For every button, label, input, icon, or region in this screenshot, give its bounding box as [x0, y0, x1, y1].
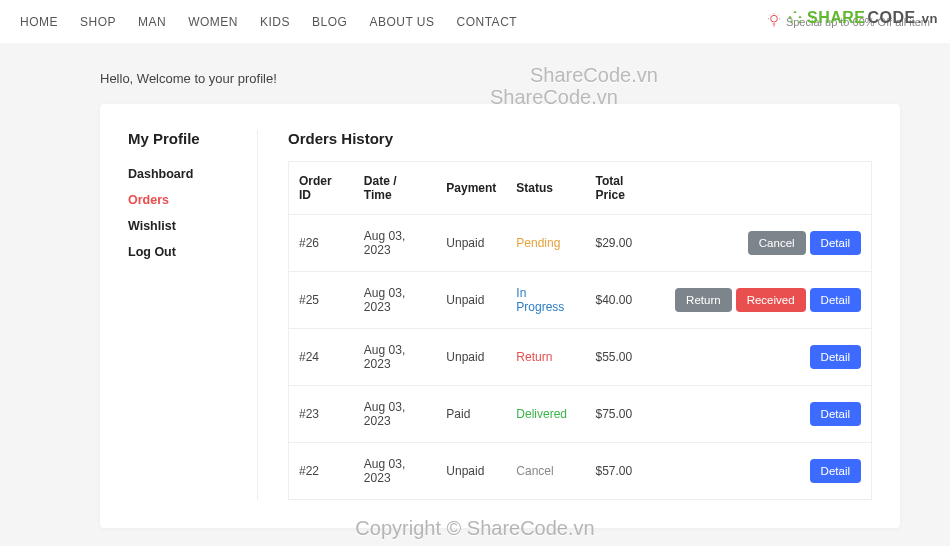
- sidebar-item-wishlist[interactable]: Wishlist: [128, 213, 237, 239]
- brand-logo: SHARECODE.vn: [785, 8, 938, 28]
- sidebar-item-logout[interactable]: Log Out: [128, 239, 237, 265]
- col-order-id: Order ID: [289, 162, 354, 215]
- col-price: Total Price: [585, 162, 661, 215]
- logo-vn: .vn: [918, 11, 938, 26]
- col-date: Date / Time: [354, 162, 436, 215]
- status-cell: Cancel: [506, 443, 585, 500]
- order-id-cell: #24: [289, 329, 354, 386]
- profile-sidebar: My Profile Dashboard Orders Wishlist Log…: [128, 130, 258, 500]
- payment-cell: Unpaid: [436, 272, 506, 329]
- actions-cell: Detail: [661, 443, 871, 500]
- logo-code: CODE: [867, 9, 915, 27]
- table-row: #22Aug 03, 2023UnpaidCancel$57.00Detail: [289, 443, 872, 500]
- actions-cell: Detail: [661, 386, 871, 443]
- status-cell: Pending: [506, 215, 585, 272]
- bulb-icon: [766, 12, 782, 31]
- sidebar-title: My Profile: [128, 130, 237, 147]
- detail-button[interactable]: Detail: [810, 459, 861, 483]
- detail-button[interactable]: Detail: [810, 402, 861, 426]
- col-actions: [661, 162, 871, 215]
- date-cell: Aug 03, 2023: [354, 272, 436, 329]
- nav-blog[interactable]: BLOG: [312, 15, 347, 29]
- price-cell: $57.00: [585, 443, 661, 500]
- logo-share: SHARE: [807, 9, 866, 27]
- orders-table: Order ID Date / Time Payment Status Tota…: [288, 161, 872, 500]
- table-row: #26Aug 03, 2023UnpaidPending$29.00Cancel…: [289, 215, 872, 272]
- col-payment: Payment: [436, 162, 506, 215]
- actions-cell: Detail: [661, 329, 871, 386]
- date-cell: Aug 03, 2023: [354, 215, 436, 272]
- detail-button[interactable]: Detail: [810, 288, 861, 312]
- nav-man[interactable]: MAN: [138, 15, 166, 29]
- nav-kids[interactable]: KIDS: [260, 15, 290, 29]
- order-id-cell: #25: [289, 272, 354, 329]
- table-header-row: Order ID Date / Time Payment Status Tota…: [289, 162, 872, 215]
- nav-women[interactable]: WOMEN: [188, 15, 238, 29]
- actions-cell: CancelDetail: [661, 215, 871, 272]
- detail-button[interactable]: Detail: [810, 231, 861, 255]
- price-cell: $40.00: [585, 272, 661, 329]
- order-id-cell: #22: [289, 443, 354, 500]
- status-cell: In Progress: [506, 272, 585, 329]
- main-nav: HOME SHOP MAN WOMEN KIDS BLOG ABOUT US C…: [20, 15, 517, 29]
- status-cell: Delivered: [506, 386, 585, 443]
- detail-button[interactable]: Detail: [810, 345, 861, 369]
- table-row: #23Aug 03, 2023PaidDelivered$75.00Detail: [289, 386, 872, 443]
- status-cell: Return: [506, 329, 585, 386]
- recycle-icon: [785, 8, 805, 28]
- payment-cell: Unpaid: [436, 443, 506, 500]
- return-button[interactable]: Return: [675, 288, 732, 312]
- price-cell: $55.00: [585, 329, 661, 386]
- col-status: Status: [506, 162, 585, 215]
- nav-shop[interactable]: SHOP: [80, 15, 116, 29]
- nav-about[interactable]: ABOUT US: [369, 15, 434, 29]
- table-row: #25Aug 03, 2023UnpaidIn Progress$40.00Re…: [289, 272, 872, 329]
- date-cell: Aug 03, 2023: [354, 386, 436, 443]
- svg-point-0: [771, 15, 778, 22]
- orders-title: Orders History: [288, 130, 872, 147]
- orders-section: Orders History Order ID Date / Time Paym…: [288, 130, 872, 500]
- sidebar-item-dashboard[interactable]: Dashboard: [128, 161, 237, 187]
- payment-cell: Unpaid: [436, 329, 506, 386]
- nav-contact[interactable]: CONTACT: [457, 15, 518, 29]
- received-button[interactable]: Received: [736, 288, 806, 312]
- sidebar-item-orders[interactable]: Orders: [128, 187, 237, 213]
- footer-copyright: Copyright © ShareCode.vn: [355, 517, 594, 540]
- order-id-cell: #26: [289, 215, 354, 272]
- payment-cell: Unpaid: [436, 215, 506, 272]
- welcome-text: Hello, Welcome to your profile!: [0, 43, 950, 104]
- payment-cell: Paid: [436, 386, 506, 443]
- profile-card: My Profile Dashboard Orders Wishlist Log…: [100, 104, 900, 528]
- date-cell: Aug 03, 2023: [354, 443, 436, 500]
- price-cell: $75.00: [585, 386, 661, 443]
- order-id-cell: #23: [289, 386, 354, 443]
- table-row: #24Aug 03, 2023UnpaidReturn$55.00Detail: [289, 329, 872, 386]
- price-cell: $29.00: [585, 215, 661, 272]
- nav-home[interactable]: HOME: [20, 15, 58, 29]
- actions-cell: ReturnReceivedDetail: [661, 272, 871, 329]
- date-cell: Aug 03, 2023: [354, 329, 436, 386]
- cancel-button[interactable]: Cancel: [748, 231, 806, 255]
